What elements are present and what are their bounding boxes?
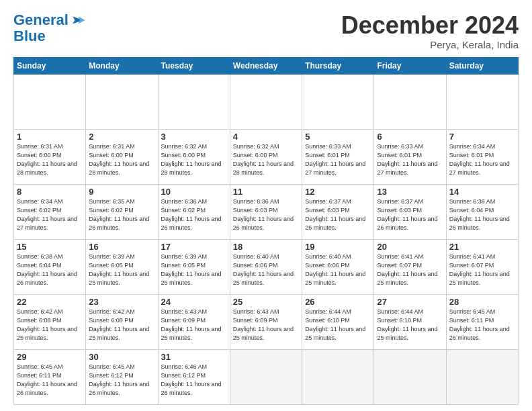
calendar-cell: [446, 349, 518, 404]
day-info: Sunrise: 6:40 AMSunset: 6:06 PMDaylight:…: [305, 253, 371, 287]
logo-icon: [70, 15, 86, 25]
day-info: Sunrise: 6:32 AMSunset: 6:00 PMDaylight:…: [233, 142, 299, 177]
day-number: 9: [89, 187, 154, 197]
day-number: 11: [233, 187, 299, 197]
day-number: 1: [17, 132, 83, 142]
day-number: 24: [161, 297, 227, 307]
calendar-cell: 25Sunrise: 6:43 AMSunset: 6:09 PMDayligh…: [230, 294, 302, 349]
day-number: 18: [233, 242, 299, 252]
day-number: 29: [17, 352, 83, 362]
calendar-cell: 28Sunrise: 6:45 AMSunset: 6:11 PMDayligh…: [446, 294, 518, 349]
calendar-header-row: Sunday Monday Tuesday Wednesday Thursday…: [14, 57, 519, 74]
week-row-0: [14, 74, 519, 129]
day-info: Sunrise: 6:35 AMSunset: 6:02 PMDaylight:…: [89, 197, 154, 232]
week-row-3: 15Sunrise: 6:38 AMSunset: 6:04 PMDayligh…: [14, 239, 519, 294]
header: General Blue December 2024 Perya, Kerala…: [13, 12, 519, 50]
day-info: Sunrise: 6:46 AMSunset: 6:12 PMDaylight:…: [161, 363, 227, 398]
calendar-cell: 18Sunrise: 6:40 AMSunset: 6:06 PMDayligh…: [230, 239, 302, 294]
day-info: Sunrise: 6:39 AMSunset: 6:05 PMDaylight:…: [161, 253, 227, 287]
day-number: 12: [305, 187, 371, 197]
day-number: 16: [89, 242, 154, 252]
logo-blue-text: Blue: [13, 28, 46, 44]
week-row-5: 29Sunrise: 6:45 AMSunset: 6:11 PMDayligh…: [14, 349, 519, 404]
calendar-cell: 21Sunrise: 6:41 AMSunset: 6:07 PMDayligh…: [446, 239, 518, 294]
calendar-cell: 5Sunrise: 6:33 AMSunset: 6:01 PMDaylight…: [302, 129, 374, 184]
calendar-cell: 23Sunrise: 6:42 AMSunset: 6:08 PMDayligh…: [86, 294, 158, 349]
day-info: Sunrise: 6:44 AMSunset: 6:10 PMDaylight:…: [377, 308, 443, 342]
week-row-4: 22Sunrise: 6:42 AMSunset: 6:08 PMDayligh…: [14, 294, 519, 349]
day-number: 30: [89, 352, 154, 362]
day-number: 5: [305, 132, 371, 142]
col-friday: Friday: [374, 57, 446, 74]
col-tuesday: Tuesday: [158, 57, 230, 74]
day-info: Sunrise: 6:42 AMSunset: 6:08 PMDaylight:…: [89, 308, 154, 342]
calendar-subtitle: Perya, Kerala, India: [341, 39, 519, 50]
day-info: Sunrise: 6:40 AMSunset: 6:06 PMDaylight:…: [233, 253, 299, 287]
calendar-cell: [230, 349, 302, 404]
calendar-cell: 9Sunrise: 6:35 AMSunset: 6:02 PMDaylight…: [86, 184, 158, 239]
calendar-cell: 6Sunrise: 6:33 AMSunset: 6:01 PMDaylight…: [374, 129, 446, 184]
col-saturday: Saturday: [446, 57, 518, 74]
col-sunday: Sunday: [14, 57, 86, 74]
day-info: Sunrise: 6:44 AMSunset: 6:10 PMDaylight:…: [305, 308, 371, 342]
day-number: 21: [449, 242, 515, 252]
calendar-cell: 26Sunrise: 6:44 AMSunset: 6:10 PMDayligh…: [302, 294, 374, 349]
calendar-cell: [446, 74, 518, 129]
day-number: 25: [233, 297, 299, 307]
day-number: 13: [377, 187, 443, 197]
calendar-cell: 13Sunrise: 6:37 AMSunset: 6:03 PMDayligh…: [374, 184, 446, 239]
day-info: Sunrise: 6:45 AMSunset: 6:11 PMDaylight:…: [17, 363, 83, 398]
day-number: 14: [449, 187, 515, 197]
day-number: 4: [233, 132, 299, 142]
day-number: 27: [377, 297, 443, 307]
day-info: Sunrise: 6:33 AMSunset: 6:01 PMDaylight:…: [305, 142, 371, 177]
calendar-cell: 12Sunrise: 6:37 AMSunset: 6:03 PMDayligh…: [302, 184, 374, 239]
week-row-2: 8Sunrise: 6:34 AMSunset: 6:02 PMDaylight…: [14, 184, 519, 239]
calendar-cell: [158, 74, 230, 129]
col-thursday: Thursday: [302, 57, 374, 74]
day-info: Sunrise: 6:42 AMSunset: 6:08 PMDaylight:…: [17, 308, 83, 342]
day-number: 3: [161, 132, 227, 142]
calendar-cell: 29Sunrise: 6:45 AMSunset: 6:11 PMDayligh…: [14, 349, 86, 404]
calendar-cell: 17Sunrise: 6:39 AMSunset: 6:05 PMDayligh…: [158, 239, 230, 294]
page: General Blue December 2024 Perya, Kerala…: [0, 0, 532, 411]
calendar-cell: [374, 349, 446, 404]
day-info: Sunrise: 6:36 AMSunset: 6:03 PMDaylight:…: [233, 197, 299, 232]
calendar-cell: 19Sunrise: 6:40 AMSunset: 6:06 PMDayligh…: [302, 239, 374, 294]
calendar-cell: [302, 349, 374, 404]
col-monday: Monday: [86, 57, 158, 74]
calendar-cell: 7Sunrise: 6:34 AMSunset: 6:01 PMDaylight…: [446, 129, 518, 184]
day-number: 23: [89, 297, 154, 307]
calendar-cell: 22Sunrise: 6:42 AMSunset: 6:08 PMDayligh…: [14, 294, 86, 349]
day-number: 26: [305, 297, 371, 307]
day-info: Sunrise: 6:45 AMSunset: 6:12 PMDaylight:…: [89, 363, 154, 398]
calendar-cell: 27Sunrise: 6:44 AMSunset: 6:10 PMDayligh…: [374, 294, 446, 349]
col-wednesday: Wednesday: [230, 57, 302, 74]
day-info: Sunrise: 6:41 AMSunset: 6:07 PMDaylight:…: [377, 253, 443, 287]
calendar-cell: 1Sunrise: 6:31 AMSunset: 6:00 PMDaylight…: [14, 129, 86, 184]
day-info: Sunrise: 6:37 AMSunset: 6:03 PMDaylight:…: [305, 197, 371, 232]
calendar-title: December 2024: [341, 12, 519, 39]
calendar-cell: 24Sunrise: 6:43 AMSunset: 6:09 PMDayligh…: [158, 294, 230, 349]
day-info: Sunrise: 6:41 AMSunset: 6:07 PMDaylight:…: [449, 253, 515, 287]
day-number: 19: [305, 242, 371, 252]
calendar-cell: 14Sunrise: 6:38 AMSunset: 6:04 PMDayligh…: [446, 184, 518, 239]
calendar-cell: 4Sunrise: 6:32 AMSunset: 6:00 PMDaylight…: [230, 129, 302, 184]
calendar-cell: 2Sunrise: 6:31 AMSunset: 6:00 PMDaylight…: [86, 129, 158, 184]
logo-text: General: [13, 12, 69, 28]
day-number: 8: [17, 187, 83, 197]
day-number: 2: [89, 132, 154, 142]
calendar-cell: 20Sunrise: 6:41 AMSunset: 6:07 PMDayligh…: [374, 239, 446, 294]
calendar-cell: 15Sunrise: 6:38 AMSunset: 6:04 PMDayligh…: [14, 239, 86, 294]
calendar-cell: 30Sunrise: 6:45 AMSunset: 6:12 PMDayligh…: [86, 349, 158, 404]
day-info: Sunrise: 6:43 AMSunset: 6:09 PMDaylight:…: [233, 308, 299, 342]
day-info: Sunrise: 6:38 AMSunset: 6:04 PMDaylight:…: [17, 253, 83, 287]
day-info: Sunrise: 6:31 AMSunset: 6:00 PMDaylight:…: [17, 142, 83, 177]
calendar-cell: [374, 74, 446, 129]
calendar-cell: 16Sunrise: 6:39 AMSunset: 6:05 PMDayligh…: [86, 239, 158, 294]
day-number: 20: [377, 242, 443, 252]
calendar-cell: [14, 74, 86, 129]
day-info: Sunrise: 6:37 AMSunset: 6:03 PMDaylight:…: [377, 197, 443, 232]
calendar-cell: 11Sunrise: 6:36 AMSunset: 6:03 PMDayligh…: [230, 184, 302, 239]
day-info: Sunrise: 6:33 AMSunset: 6:01 PMDaylight:…: [377, 142, 443, 177]
